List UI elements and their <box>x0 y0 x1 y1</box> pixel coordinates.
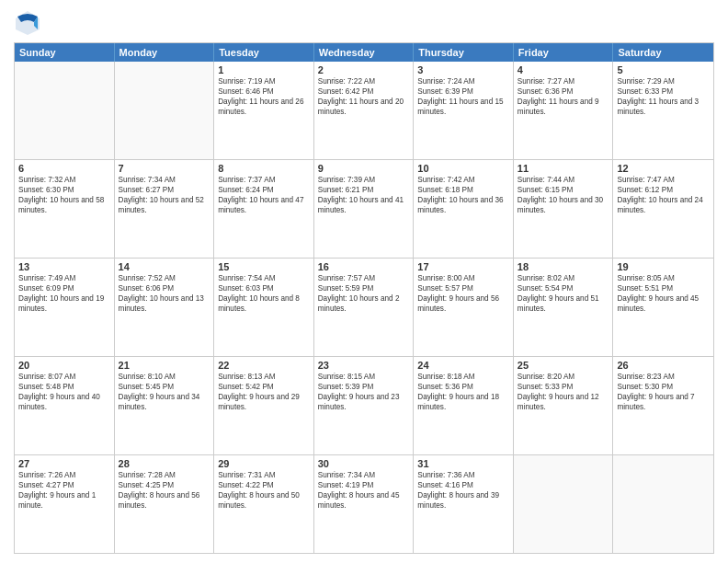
calendar-week-4: 20Sunrise: 8:07 AMSunset: 5:48 PMDayligh… <box>15 356 713 454</box>
sunrise: Sunrise: 7:31 AM <box>218 470 310 480</box>
day-18: 18Sunrise: 8:02 AMSunset: 5:54 PMDayligh… <box>514 259 614 356</box>
day-number: 28 <box>119 458 210 469</box>
day-number: 29 <box>218 458 310 469</box>
calendar: SundayMondayTuesdayWednesdayThursdayFrid… <box>14 42 714 554</box>
sunrise: Sunrise: 7:27 AM <box>518 76 609 86</box>
daylight: Daylight: 11 hours and 9 minutes. <box>518 97 609 117</box>
day-number: 25 <box>518 360 609 371</box>
empty-cell <box>613 455 713 553</box>
sunset: Sunset: 5:54 PM <box>518 283 609 293</box>
daylight: Daylight: 8 hours and 39 minutes. <box>417 490 509 511</box>
day-number: 24 <box>417 360 509 371</box>
day-number: 3 <box>417 64 509 75</box>
day-number: 22 <box>218 360 310 371</box>
day-16: 16Sunrise: 7:57 AMSunset: 5:59 PMDayligh… <box>314 259 415 356</box>
day-17: 17Sunrise: 8:00 AMSunset: 5:57 PMDayligh… <box>414 259 514 356</box>
sunrise: Sunrise: 7:36 AM <box>417 470 509 480</box>
daylight: Daylight: 10 hours and 24 minutes. <box>617 195 710 215</box>
day-8: 8Sunrise: 7:37 AMSunset: 6:24 PMDaylight… <box>214 160 314 258</box>
sunset: Sunset: 5:57 PM <box>417 283 509 293</box>
sunrise: Sunrise: 7:42 AM <box>417 175 509 185</box>
day-26: 26Sunrise: 8:23 AMSunset: 5:30 PMDayligh… <box>613 357 713 454</box>
daylight: Daylight: 9 hours and 7 minutes. <box>617 392 710 412</box>
day-number: 14 <box>119 261 210 272</box>
daylight: Daylight: 10 hours and 2 minutes. <box>318 293 410 314</box>
day-31: 31Sunrise: 7:36 AMSunset: 4:16 PMDayligh… <box>414 455 514 553</box>
daylight: Daylight: 11 hours and 15 minutes. <box>417 97 509 117</box>
sunrise: Sunrise: 8:13 AM <box>218 372 310 382</box>
empty-cell <box>15 62 115 159</box>
sunrise: Sunrise: 7:47 AM <box>617 175 710 185</box>
day-5: 5Sunrise: 7:29 AMSunset: 6:33 PMDaylight… <box>613 62 713 159</box>
calendar-week-5: 27Sunrise: 7:26 AMSunset: 4:27 PMDayligh… <box>15 454 713 553</box>
day-20: 20Sunrise: 8:07 AMSunset: 5:48 PMDayligh… <box>15 357 115 454</box>
header-day-tuesday: Tuesday <box>214 43 314 62</box>
daylight: Daylight: 8 hours and 56 minutes. <box>119 490 210 511</box>
sunset: Sunset: 5:30 PM <box>617 382 710 392</box>
daylight: Daylight: 9 hours and 12 minutes. <box>518 392 609 412</box>
day-number: 21 <box>119 360 210 371</box>
sunset: Sunset: 5:59 PM <box>318 283 410 293</box>
sunset: Sunset: 5:45 PM <box>119 382 210 392</box>
sunset: Sunset: 6:42 PM <box>318 86 410 97</box>
day-9: 9Sunrise: 7:39 AMSunset: 6:21 PMDaylight… <box>314 160 415 258</box>
day-number: 7 <box>119 163 210 174</box>
day-number: 4 <box>518 64 609 75</box>
day-14: 14Sunrise: 7:52 AMSunset: 6:06 PMDayligh… <box>115 259 215 356</box>
sunset: Sunset: 6:39 PM <box>417 86 509 97</box>
sunrise: Sunrise: 8:00 AM <box>417 273 509 283</box>
calendar-week-2: 6Sunrise: 7:32 AMSunset: 6:30 PMDaylight… <box>15 159 713 258</box>
sunrise: Sunrise: 8:20 AM <box>518 372 609 382</box>
sunset: Sunset: 6:12 PM <box>617 185 710 195</box>
sunrise: Sunrise: 7:24 AM <box>417 76 509 86</box>
sunrise: Sunrise: 7:32 AM <box>18 175 110 185</box>
daylight: Daylight: 11 hours and 20 minutes. <box>318 97 410 117</box>
header-day-wednesday: Wednesday <box>314 43 415 62</box>
day-number: 2 <box>318 64 410 75</box>
sunrise: Sunrise: 7:37 AM <box>218 175 310 185</box>
day-2: 2Sunrise: 7:22 AMSunset: 6:42 PMDaylight… <box>314 62 415 159</box>
sunrise: Sunrise: 7:26 AM <box>18 470 110 480</box>
header-day-thursday: Thursday <box>414 43 514 62</box>
day-28: 28Sunrise: 7:28 AMSunset: 4:25 PMDayligh… <box>115 455 215 553</box>
sunset: Sunset: 4:19 PM <box>318 480 410 490</box>
day-3: 3Sunrise: 7:24 AMSunset: 6:39 PMDaylight… <box>414 62 514 159</box>
day-10: 10Sunrise: 7:42 AMSunset: 6:18 PMDayligh… <box>414 160 514 258</box>
day-4: 4Sunrise: 7:27 AMSunset: 6:36 PMDaylight… <box>514 62 614 159</box>
day-21: 21Sunrise: 8:10 AMSunset: 5:45 PMDayligh… <box>115 357 215 454</box>
empty-cell <box>115 62 215 159</box>
day-15: 15Sunrise: 7:54 AMSunset: 6:03 PMDayligh… <box>214 259 314 356</box>
sunrise: Sunrise: 7:52 AM <box>119 273 210 283</box>
daylight: Daylight: 8 hours and 45 minutes. <box>318 490 410 511</box>
sunrise: Sunrise: 8:10 AM <box>119 372 210 382</box>
header-day-friday: Friday <box>514 43 614 62</box>
sunset: Sunset: 5:42 PM <box>218 382 310 392</box>
header-day-saturday: Saturday <box>613 43 713 62</box>
daylight: Daylight: 9 hours and 56 minutes. <box>417 293 509 314</box>
day-number: 19 <box>617 261 710 272</box>
sunset: Sunset: 6:36 PM <box>518 86 609 97</box>
day-23: 23Sunrise: 8:15 AMSunset: 5:39 PMDayligh… <box>314 357 415 454</box>
daylight: Daylight: 8 hours and 50 minutes. <box>218 490 310 511</box>
sunrise: Sunrise: 8:23 AM <box>617 372 710 382</box>
daylight: Daylight: 10 hours and 30 minutes. <box>518 195 609 215</box>
calendar-header: SundayMondayTuesdayWednesdayThursdayFrid… <box>15 43 713 62</box>
page: SundayMondayTuesdayWednesdayThursdayFrid… <box>0 0 728 563</box>
sunrise: Sunrise: 7:34 AM <box>318 470 410 480</box>
logo <box>14 9 45 37</box>
logo-icon <box>14 9 41 37</box>
sunset: Sunset: 5:33 PM <box>518 382 609 392</box>
header <box>14 9 714 37</box>
sunrise: Sunrise: 7:44 AM <box>518 175 609 185</box>
daylight: Daylight: 9 hours and 1 minute. <box>18 490 110 511</box>
sunset: Sunset: 6:18 PM <box>417 185 509 195</box>
sunrise: Sunrise: 7:29 AM <box>617 76 710 86</box>
sunset: Sunset: 6:03 PM <box>218 283 310 293</box>
daylight: Daylight: 9 hours and 45 minutes. <box>617 293 710 314</box>
day-22: 22Sunrise: 8:13 AMSunset: 5:42 PMDayligh… <box>214 357 314 454</box>
sunset: Sunset: 4:25 PM <box>119 480 210 490</box>
sunrise: Sunrise: 7:39 AM <box>318 175 410 185</box>
daylight: Daylight: 10 hours and 52 minutes. <box>119 195 210 215</box>
sunrise: Sunrise: 8:05 AM <box>617 273 710 283</box>
calendar-week-3: 13Sunrise: 7:49 AMSunset: 6:09 PMDayligh… <box>15 258 713 356</box>
